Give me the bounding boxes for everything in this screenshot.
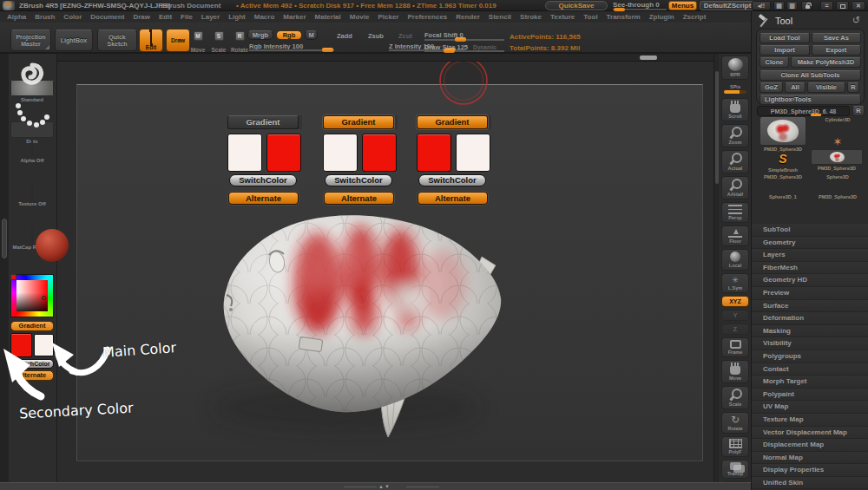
clone-all-subtools-button[interactable]: Clone All SubTools bbox=[760, 70, 861, 81]
subpalette-displacement-map[interactable]: Displacement Map bbox=[752, 439, 868, 452]
edit-button[interactable]: Edit bbox=[139, 29, 163, 52]
menu-item-tool[interactable]: Tool bbox=[583, 13, 597, 21]
refresh-icon[interactable]: ↺ bbox=[852, 15, 860, 26]
menu-item-alpha[interactable]: Alpha bbox=[7, 13, 26, 21]
menu-item-document[interactable]: Document bbox=[90, 13, 124, 21]
shelf-item-actual[interactable]: Actual bbox=[721, 150, 749, 173]
alternate-button[interactable]: Alternate bbox=[418, 192, 488, 205]
shelf-item-bpr[interactable]: BPR bbox=[721, 56, 749, 80]
gradient-button[interactable]: Gradient bbox=[323, 115, 394, 129]
menu-item-light[interactable]: Light bbox=[228, 13, 246, 21]
canvas-right-scrollbar[interactable] bbox=[713, 54, 719, 482]
lock-icon[interactable] bbox=[801, 1, 812, 10]
default-zscript-button[interactable]: DefaultZScript bbox=[700, 1, 755, 10]
shelf-item-polyf[interactable]: PolyF bbox=[721, 436, 749, 457]
goz-button[interactable]: GoZ bbox=[760, 82, 783, 93]
tool-r-button[interactable]: R bbox=[852, 106, 865, 116]
shelf-item-scroll[interactable]: Scroll bbox=[721, 98, 749, 121]
left-rail-handle[interactable] bbox=[2, 219, 7, 258]
stroke-selector[interactable]: Dots bbox=[10, 100, 54, 144]
tool-thumb[interactable]: Sphere3D_1 bbox=[758, 193, 808, 199]
subpalette-normal-map[interactable]: Normal Map bbox=[752, 452, 868, 465]
subpalette-geometry[interactable]: Geometry bbox=[752, 237, 868, 250]
menu-item-draw[interactable]: Draw bbox=[133, 13, 150, 21]
main-color-swatch[interactable] bbox=[227, 134, 262, 172]
export-button[interactable]: Export bbox=[812, 45, 861, 56]
clone-button[interactable]: Clone bbox=[760, 57, 789, 68]
gradient-button[interactable]: Gradient bbox=[227, 115, 299, 129]
menu-item-stencil[interactable]: Stencil bbox=[489, 13, 511, 21]
menus-button[interactable]: Menus bbox=[668, 1, 697, 10]
subpalette-layers[interactable]: Layers bbox=[752, 249, 868, 262]
main-color-swatch[interactable] bbox=[323, 134, 358, 172]
tool-thumb-current[interactable]: PM3D_Sphere3D bbox=[758, 116, 808, 152]
focal-shift-handle[interactable] bbox=[455, 37, 466, 42]
menu-item-stroke[interactable]: Stroke bbox=[520, 13, 542, 21]
zadd-button[interactable]: Zadd bbox=[337, 32, 352, 40]
subpalette-contact[interactable]: Contact bbox=[752, 363, 868, 376]
m-button[interactable]: M bbox=[305, 30, 318, 40]
menu-item-movie[interactable]: Movie bbox=[350, 13, 370, 21]
panel-flip-right-icon[interactable]: ▥ bbox=[786, 1, 798, 10]
load-tool-button[interactable]: Load Tool bbox=[760, 33, 810, 43]
move-button[interactable]: M Move bbox=[187, 30, 208, 52]
alternate-button[interactable]: Alternate bbox=[324, 192, 394, 205]
subpalette-visibility[interactable]: Visibility bbox=[752, 337, 868, 350]
shelf-item-transp[interactable]: Transp bbox=[721, 460, 749, 479]
scale-button[interactable]: S Scale bbox=[208, 30, 229, 52]
menu-item-layer[interactable]: Layer bbox=[201, 13, 220, 21]
shelf-item-zoom[interactable]: Zoom bbox=[721, 124, 749, 147]
shelf-item-rotate[interactable]: Rotate bbox=[721, 412, 749, 434]
gradient-button[interactable]: Gradient bbox=[417, 115, 488, 129]
subpalette-subtool[interactable]: SubTool bbox=[752, 224, 868, 237]
subpalette-masking[interactable]: Masking bbox=[752, 325, 868, 338]
subpalette-geometry-hd[interactable]: Geometry HD bbox=[752, 274, 868, 287]
subpalette-unified-skin[interactable]: Unified Skin bbox=[752, 477, 868, 490]
tool-thumb-selected[interactable]: PM3D_Sphere3D bbox=[809, 149, 865, 171]
menu-item-brush[interactable]: Brush bbox=[35, 13, 55, 21]
main-color-swatch[interactable] bbox=[417, 134, 451, 172]
mrgb-button[interactable]: Mrgb bbox=[247, 30, 273, 40]
shelf-item-l-sym[interactable]: L.Sym bbox=[721, 273, 749, 293]
make-polymesh3d-button[interactable]: Make PolyMesh3D bbox=[791, 57, 861, 68]
subpalette-polygroups[interactable]: Polygroups bbox=[752, 350, 868, 363]
secondary-color-swatch[interactable] bbox=[266, 134, 301, 172]
goz-visible-button[interactable]: Visible bbox=[807, 82, 845, 93]
quicksave-button[interactable]: QuickSave bbox=[545, 1, 608, 10]
material-selector[interactable]: MatCap Red Wa bbox=[10, 228, 54, 250]
panel-flip-left-icon[interactable]: ▤ bbox=[773, 1, 785, 10]
lightbox-button[interactable]: LightBox bbox=[55, 29, 93, 51]
brush-selector[interactable]: Standard bbox=[10, 58, 54, 102]
subpalette-texture-map[interactable]: Texture Map bbox=[752, 414, 868, 427]
shelf-item-spix[interactable]: SPix bbox=[721, 82, 749, 95]
menu-item-edit[interactable]: Edit bbox=[159, 13, 172, 21]
secondary-color-swatch[interactable] bbox=[456, 134, 490, 172]
shelf-item-xyz[interactable]: XYZ bbox=[721, 296, 749, 307]
color-picker[interactable] bbox=[10, 274, 54, 317]
menu-item-marker[interactable]: Marker bbox=[283, 13, 306, 21]
menu-item-zscript[interactable]: Zscript bbox=[683, 13, 707, 21]
shelf-item-z[interactable]: Z bbox=[721, 323, 749, 335]
alternate-button[interactable]: Alternate bbox=[228, 192, 299, 205]
dynamic-toggle[interactable]: Dynamic bbox=[473, 44, 496, 50]
shelf-item-scale[interactable]: Scale bbox=[721, 386, 749, 409]
draw-button[interactable]: Draw bbox=[166, 29, 190, 52]
shelf-item-aahalf[interactable]: AAHalf bbox=[721, 176, 749, 199]
menu-item-color[interactable]: Color bbox=[63, 13, 82, 21]
save-as-button[interactable]: Save As bbox=[812, 33, 861, 43]
rgb-button[interactable]: Rgb bbox=[276, 30, 302, 40]
tool-thumb[interactable]: PM3D_Sphere3D bbox=[812, 193, 864, 199]
switchcolor-button[interactable]: SwitchColor bbox=[325, 174, 392, 186]
main-color-swatch[interactable] bbox=[10, 333, 32, 357]
canvas-scroll-handle[interactable] bbox=[640, 56, 657, 60]
shelf-item-y[interactable]: Y bbox=[721, 310, 749, 321]
goz-r-button[interactable]: R bbox=[847, 82, 859, 93]
lightbox-tools-button[interactable]: Lightbox›Tools bbox=[760, 95, 861, 105]
canvas-right-scroll-handle[interactable] bbox=[715, 71, 719, 184]
rgb-intensity-handle[interactable] bbox=[322, 48, 333, 52]
saturation-value-square[interactable] bbox=[16, 280, 48, 311]
subpalette-fibermesh[interactable]: FiberMesh bbox=[752, 262, 868, 275]
menu-item-zplugin[interactable]: Zplugin bbox=[649, 13, 674, 21]
tool-thumb[interactable]: Sphere3D bbox=[812, 173, 864, 180]
restore-icon[interactable] bbox=[836, 1, 849, 10]
